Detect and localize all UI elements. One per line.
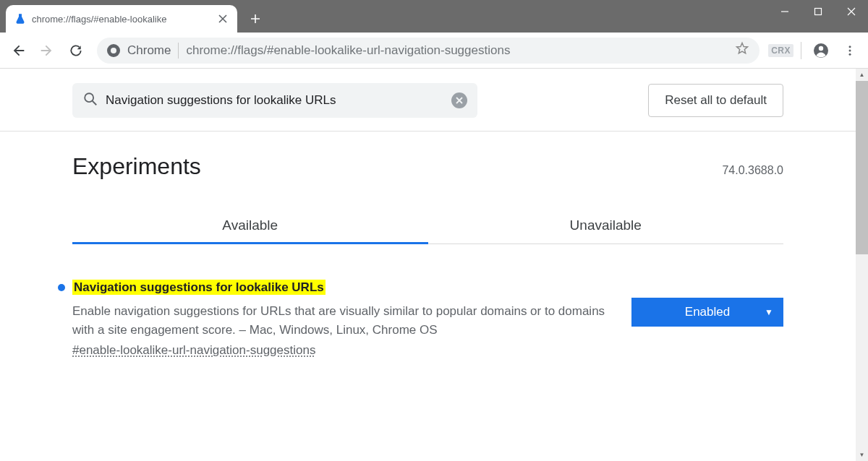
svg-point-4 xyxy=(849,49,851,51)
tab-title: chrome://flags/#enable-lookalike xyxy=(32,14,213,25)
crx-badge[interactable]: CRX xyxy=(768,44,793,57)
omnibox-separator xyxy=(178,43,179,59)
vertical-scrollbar[interactable]: ▲ ▼ xyxy=(856,69,868,461)
tab-unavailable[interactable]: Unavailable xyxy=(428,207,784,244)
page-title: Experiments xyxy=(72,153,201,180)
window-close-button[interactable] xyxy=(835,0,868,23)
flags-search-row: Navigation suggestions for lookalike URL… xyxy=(0,69,856,132)
clear-search-icon[interactable] xyxy=(451,92,467,108)
scrollbar-thumb[interactable] xyxy=(856,81,868,254)
flag-anchor-link[interactable]: #enable-lookalike-url-navigation-suggest… xyxy=(72,343,614,358)
svg-rect-0 xyxy=(815,9,822,15)
browser-toolbar: Chrome chrome://flags/#enable-lookalike-… xyxy=(0,33,868,69)
back-button[interactable] xyxy=(6,38,30,63)
tab-strip: chrome://flags/#enable-lookalike xyxy=(0,5,266,33)
omnibox-url: chrome://flags/#enable-lookalike-url-nav… xyxy=(186,43,728,58)
forward-button[interactable] xyxy=(35,38,59,63)
browser-tab[interactable]: chrome://flags/#enable-lookalike xyxy=(6,5,237,33)
svg-point-5 xyxy=(849,53,851,55)
chrome-icon xyxy=(107,44,120,57)
new-tab-button[interactable] xyxy=(244,8,266,30)
flag-entry: Navigation suggestions for lookalike URL… xyxy=(58,280,783,358)
changed-flag-indicator-icon xyxy=(58,284,65,291)
page-content: Navigation suggestions for lookalike URL… xyxy=(0,69,856,461)
menu-button[interactable] xyxy=(838,38,862,63)
flags-search-value: Navigation suggestions for lookalike URL… xyxy=(106,93,451,108)
close-tab-icon[interactable] xyxy=(217,13,229,25)
flask-icon xyxy=(14,13,26,25)
reload-button[interactable] xyxy=(64,38,88,63)
window-titlebar: chrome://flags/#enable-lookalike xyxy=(0,0,868,33)
svg-point-3 xyxy=(849,46,851,48)
scroll-up-icon[interactable]: ▲ xyxy=(856,69,868,81)
address-bar[interactable]: Chrome chrome://flags/#enable-lookalike-… xyxy=(97,38,760,64)
svg-point-2 xyxy=(819,46,823,50)
svg-point-6 xyxy=(85,93,93,102)
bookmark-star-icon[interactable] xyxy=(735,41,749,59)
chrome-version: 74.0.3688.0 xyxy=(722,164,783,177)
window-minimize-button[interactable] xyxy=(768,0,801,23)
search-icon xyxy=(82,91,98,111)
flags-search-box[interactable]: Navigation suggestions for lookalike URL… xyxy=(72,83,477,118)
reset-all-label: Reset all to default xyxy=(665,93,767,108)
omnibox-scheme-label: Chrome xyxy=(127,43,171,58)
window-maximize-button[interactable] xyxy=(801,0,835,23)
experiments-tabs: Available Unavailable xyxy=(72,207,783,244)
flag-state-value: Enabled xyxy=(685,305,730,319)
tab-unavailable-label: Unavailable xyxy=(570,217,642,233)
profile-button[interactable] xyxy=(809,38,833,63)
flags-header: Experiments 74.0.3688.0 xyxy=(0,132,856,187)
window-controls xyxy=(768,0,868,23)
scroll-down-icon[interactable]: ▼ xyxy=(856,449,868,461)
flag-state-dropdown[interactable]: Enabled ▼ xyxy=(631,298,783,327)
chevron-down-icon: ▼ xyxy=(765,307,773,317)
scrollbar-track[interactable] xyxy=(856,254,868,449)
reset-all-button[interactable]: Reset all to default xyxy=(648,84,783,117)
tab-available-label: Available xyxy=(222,217,278,233)
tab-available[interactable]: Available xyxy=(72,207,428,244)
flag-title: Navigation suggestions for lookalike URL… xyxy=(72,280,326,295)
flag-description: Enable navigation suggestions for URLs t… xyxy=(72,302,614,340)
toolbar-separator xyxy=(801,42,801,59)
